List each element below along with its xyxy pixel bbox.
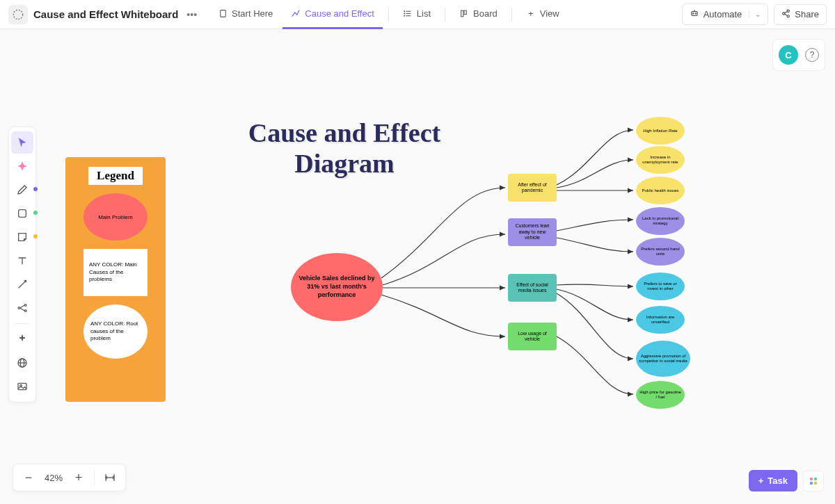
- tab-label: View: [540, 8, 559, 19]
- task-button[interactable]: + Task: [749, 470, 797, 491]
- legend-panel[interactable]: Legend Main Problem ANY COLOR: Main Caus…: [65, 157, 166, 402]
- toolbar-separator: [13, 323, 31, 324]
- divider: [445, 8, 445, 22]
- tab-cause-effect[interactable]: Cause and Effect: [283, 0, 383, 29]
- plus-icon: +: [758, 475, 764, 486]
- cause-social-media[interactable]: Effect of social media issues: [508, 274, 557, 302]
- diagram-title[interactable]: Cause and Effect Diagram: [237, 118, 452, 179]
- svg-rect-19: [19, 210, 26, 218]
- list-tab-icon: [403, 8, 413, 18]
- network-tool[interactable]: [11, 297, 33, 319]
- ai-tool[interactable]: [11, 155, 33, 177]
- top-bar: Cause and Effect Whiteboard ••• Start He…: [0, 0, 835, 29]
- whiteboard-tab-icon: [291, 8, 301, 18]
- svg-point-20: [18, 307, 20, 309]
- root-second-hand[interactable]: Prefers second hand units: [636, 238, 685, 266]
- robot-icon: [690, 8, 699, 20]
- root-public-health[interactable]: Public health issues: [636, 177, 685, 204]
- root-unverified[interactable]: Information are unverified: [636, 306, 685, 334]
- svg-point-0: [13, 10, 22, 19]
- main-problem-node[interactable]: Vehicle Sales declined by 31% vs last mo…: [291, 253, 383, 321]
- svg-point-11: [692, 13, 693, 14]
- cause-low-usage[interactable]: Low usage of vehicle: [508, 323, 557, 350]
- zoom-value[interactable]: 42%: [41, 473, 66, 483]
- web-tool[interactable]: [11, 352, 33, 374]
- svg-point-15: [783, 12, 785, 14]
- share-button[interactable]: Share: [774, 4, 827, 25]
- share-label: Share: [795, 9, 819, 19]
- plus-icon: +: [526, 8, 536, 18]
- legend-root-causes: ANY COLOR: Root causes of the problem: [84, 304, 148, 359]
- whiteboard-canvas[interactable]: C ? Legend Main Problem ANY COLOR: Main …: [0, 29, 835, 504]
- image-tool[interactable]: [11, 375, 33, 398]
- apps-button[interactable]: [803, 471, 824, 491]
- root-competitor[interactable]: Aggressive promotion of competitor in so…: [636, 341, 690, 377]
- svg-point-5: [404, 10, 405, 11]
- magic-tool[interactable]: [11, 328, 33, 350]
- root-inflation[interactable]: High Inflation Rate: [636, 117, 685, 145]
- board-tab-icon: [459, 8, 469, 18]
- text-tool[interactable]: [11, 250, 33, 272]
- doc-icon: [8, 5, 28, 24]
- svg-point-14: [787, 10, 789, 12]
- zoom-in-button[interactable]: +: [66, 465, 91, 490]
- more-icon[interactable]: •••: [184, 8, 200, 22]
- svg-point-6: [404, 13, 405, 13]
- fit-width-button[interactable]: [97, 465, 122, 490]
- tab-add-view[interactable]: + View: [518, 0, 568, 29]
- root-promo-strategy[interactable]: Lack in promotional strategy: [636, 207, 685, 235]
- svg-point-22: [24, 310, 26, 312]
- select-tool[interactable]: [11, 131, 33, 154]
- zoom-control: − 42% +: [13, 464, 126, 491]
- legend-main-problem: Main Problem: [84, 193, 148, 241]
- legend-main-causes: ANY COLOR: Main Causes of the problems: [84, 249, 148, 296]
- drawing-toolbar: [8, 127, 36, 403]
- svg-point-12: [695, 13, 696, 14]
- tab-board[interactable]: Board: [451, 0, 506, 29]
- tab-start-here[interactable]: Start Here: [209, 0, 281, 29]
- cause-customers[interactable]: Customers lean away to new vehicle: [508, 218, 557, 246]
- svg-line-18: [785, 14, 788, 15]
- tab-label: Cause and Effect: [305, 8, 374, 19]
- legend-title: Legend: [88, 167, 143, 185]
- divider: [511, 8, 512, 22]
- doc-tab-icon: [218, 8, 228, 18]
- root-fuel-price[interactable]: High price for gasoline / fuel: [636, 381, 685, 409]
- sticky-note-tool[interactable]: [11, 226, 33, 248]
- view-tabs: Start Here Cause and Effect List Board +…: [209, 0, 568, 29]
- svg-rect-1: [220, 10, 225, 17]
- tab-label: Start Here: [232, 8, 273, 19]
- help-icon[interactable]: ?: [805, 48, 819, 62]
- cause-pandemic[interactable]: After effect of pandemic: [508, 174, 557, 202]
- root-save-invest[interactable]: Prefers to save or invest in other: [636, 273, 685, 300]
- apps-grid-icon: [810, 478, 817, 485]
- shape-tool[interactable]: [11, 202, 33, 225]
- canvas-top-right-panel: C ?: [772, 39, 825, 71]
- user-avatar[interactable]: C: [779, 45, 798, 65]
- divider: [388, 8, 389, 22]
- share-icon: [781, 9, 790, 20]
- svg-rect-26: [18, 383, 26, 389]
- tab-list[interactable]: List: [395, 0, 439, 29]
- svg-line-17: [785, 11, 788, 13]
- chevron-down-icon[interactable]: ⌄: [749, 10, 761, 18]
- zoom-out-button[interactable]: −: [16, 465, 41, 490]
- svg-point-7: [404, 15, 405, 16]
- page-title: Cause and Effect Whiteboard: [33, 8, 178, 20]
- svg-rect-8: [461, 10, 463, 17]
- svg-rect-9: [464, 10, 466, 14]
- tab-label: List: [417, 8, 431, 19]
- root-unemployment[interactable]: Increase in unemployment rate: [636, 146, 685, 174]
- tab-label: Board: [473, 8, 498, 19]
- connector-tool[interactable]: [11, 273, 33, 295]
- separator: [94, 470, 95, 485]
- svg-point-16: [787, 15, 789, 17]
- pen-tool[interactable]: [11, 179, 33, 201]
- automate-label: Automate: [703, 9, 742, 19]
- svg-point-21: [24, 304, 26, 307]
- task-label: Task: [768, 475, 788, 486]
- automate-button[interactable]: Automate ⌄: [682, 3, 769, 25]
